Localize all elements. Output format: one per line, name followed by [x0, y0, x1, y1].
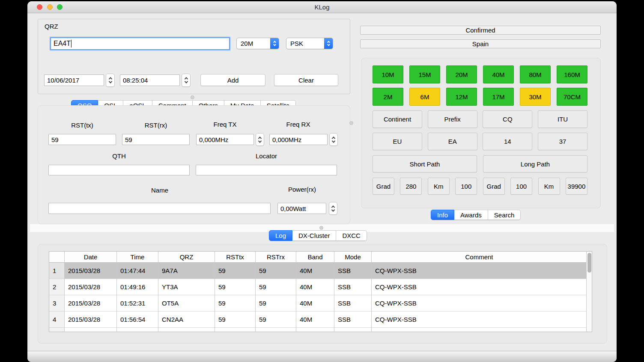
clear-button[interactable]: Clear	[274, 74, 338, 86]
dx-value-eu[interactable]: EU	[373, 133, 422, 150]
column-header-band[interactable]: Band	[296, 252, 334, 263]
band-status-30m[interactable]: 30M	[520, 88, 551, 106]
band-status-2m[interactable]: 2M	[373, 88, 403, 106]
scrollbar-thumb[interactable]	[587, 253, 591, 273]
band-status-12m[interactable]: 12M	[446, 88, 477, 106]
time-stepper[interactable]	[182, 74, 191, 87]
band-status-10m[interactable]: 10M	[373, 65, 403, 83]
cell-rsttx: 59	[215, 263, 256, 279]
splitter-handle-middle[interactable]	[349, 121, 353, 125]
path-stat-grad[interactable]: Grad	[483, 178, 505, 195]
tab-dx-cluster[interactable]: DX-Cluster	[292, 230, 336, 241]
entity-name-bar: Spain	[360, 39, 601, 48]
column-header-row-number[interactable]	[49, 252, 65, 263]
name-input[interactable]	[48, 203, 271, 214]
path-stat-280[interactable]: 280	[400, 178, 422, 195]
band-status-20m[interactable]: 20M	[446, 65, 477, 83]
power-rx-stepper[interactable]	[329, 202, 337, 215]
path-stat-km[interactable]: Km	[538, 178, 560, 195]
callsign-input[interactable]: EA4T	[50, 37, 230, 50]
date-step-down-icon[interactable]	[108, 80, 112, 83]
freq-rx-label: Freq RX	[269, 121, 327, 128]
log-table-scrollbar[interactable]	[586, 252, 592, 332]
freq-rx-input[interactable]: 0,000MHz	[269, 134, 328, 145]
qrz-group-label: QRZ	[45, 23, 58, 30]
dx-header-cq[interactable]: CQ	[483, 110, 532, 128]
column-header-time[interactable]: Time	[117, 252, 158, 263]
dx-value-14[interactable]: 14	[483, 133, 532, 150]
cell-rsttx: 59	[215, 295, 256, 312]
dx-value-row: EUEA1437	[373, 133, 587, 150]
mode-select[interactable]: PSK	[286, 38, 333, 49]
path-stat-grad[interactable]: Grad	[373, 178, 394, 195]
info-tab-bar: InfoAwardsSearch	[431, 210, 521, 220]
band-select-arrows-icon[interactable]	[270, 38, 279, 49]
splitter-handle-top[interactable]	[191, 95, 194, 99]
freq-rx-stepper[interactable]	[329, 133, 338, 146]
table-row-cn2aa[interactable]: 42015/03/2801:56:54CN2AA595940MSSBCQ-WPX…	[49, 312, 587, 328]
table-row-9a7a[interactable]: 12015/03/2801:47:449A7A595940MSSBCQ-WPX-…	[49, 263, 587, 279]
cell-comment: CQ-WPX-SSB	[372, 312, 587, 328]
band-status-6m[interactable]: 6M	[409, 88, 440, 106]
dx-header-continent[interactable]: Continent	[373, 110, 422, 128]
title-bar[interactable]: KLog	[27, 1, 617, 13]
cell-qrz: CN2AA	[158, 312, 215, 328]
path-stat-km[interactable]: Km	[428, 178, 450, 195]
path-stat-39900[interactable]: 39900	[566, 178, 587, 195]
dx-header-itu[interactable]: ITU	[538, 110, 587, 128]
column-header-comment[interactable]: Comment	[372, 252, 587, 263]
log-tab-bar: LogDX-ClusterDXCC	[269, 230, 367, 241]
cell-comment: CQ-WPX-SSB	[372, 263, 587, 279]
cell-time: 01:49:16	[117, 279, 158, 295]
column-header-date[interactable]: Date	[65, 252, 117, 263]
date-input[interactable]: 10/06/2017	[44, 74, 104, 86]
path-stat-100[interactable]: 100	[455, 178, 477, 195]
power-rx-input[interactable]: 0,00Watt	[277, 203, 326, 214]
band-select[interactable]: 20M	[236, 38, 279, 49]
band-status-80m[interactable]: 80M	[520, 65, 551, 83]
freq-tx-input[interactable]: 0,000MHz	[196, 134, 254, 145]
cell-mode: SSB	[334, 279, 372, 295]
tab-info[interactable]: Info	[431, 210, 454, 220]
band-status-17m[interactable]: 17M	[483, 88, 514, 106]
splitter-handle-bottom[interactable]	[319, 226, 323, 230]
band-status-70cm[interactable]: 70CM	[557, 88, 587, 106]
qth-input[interactable]	[48, 165, 190, 175]
window-title: KLog	[27, 3, 617, 11]
column-header-mode[interactable]: Mode	[334, 252, 372, 263]
cell-qrz: OT5A	[158, 295, 215, 312]
mode-select-arrows-icon[interactable]	[324, 38, 333, 49]
dx-value-ea[interactable]: EA	[428, 133, 477, 150]
table-row-yt3a[interactable]: 22015/03/2801:49:16YT3A595940MSSBCQ-WPX-…	[49, 279, 587, 295]
table-row-ot5a[interactable]: 32015/03/2801:52:31OT5A595940MSSBCQ-WPX-…	[49, 295, 587, 312]
column-header-rstrx[interactable]: RSTrx	[256, 252, 296, 263]
dx-header-prefix[interactable]: Prefix	[428, 110, 477, 128]
band-status-40m[interactable]: 40M	[483, 65, 514, 83]
tab-awards[interactable]: Awards	[454, 210, 488, 220]
log-table-header: DateTimeQRZRSTtxRSTrxBandModeComment	[49, 252, 587, 263]
column-header-rsttx[interactable]: RSTtx	[215, 252, 256, 263]
time-input[interactable]: 08:25:04	[120, 74, 180, 86]
tab-dxcc[interactable]: DXCC	[336, 230, 367, 241]
path-stats-row: Grad280Km100Grad100Km39900	[373, 178, 587, 195]
qth-label: QTH	[48, 152, 190, 160]
rst-tx-input[interactable]: 59	[48, 134, 116, 145]
time-step-down-icon[interactable]	[184, 80, 188, 83]
rst-rx-label: RST(rx)	[122, 122, 190, 129]
locator-input[interactable]	[196, 165, 337, 175]
date-stepper[interactable]	[106, 74, 115, 87]
long-path-button[interactable]: Long Path	[483, 155, 587, 172]
band-status-160m[interactable]: 160M	[557, 65, 587, 83]
row-number: 3	[49, 295, 65, 312]
rst-rx-input[interactable]: 59	[122, 134, 190, 145]
freq-tx-stepper[interactable]	[256, 133, 264, 146]
tab-log[interactable]: Log	[269, 230, 292, 241]
window-resize-bar	[27, 351, 617, 362]
tab-search[interactable]: Search	[488, 210, 521, 220]
column-header-qrz[interactable]: QRZ	[158, 252, 215, 263]
short-path-button[interactable]: Short Path	[373, 155, 477, 172]
add-button[interactable]: Add	[200, 74, 265, 86]
band-status-15m[interactable]: 15M	[409, 65, 440, 83]
path-stat-100[interactable]: 100	[510, 178, 532, 195]
dx-value-37[interactable]: 37	[538, 133, 587, 150]
